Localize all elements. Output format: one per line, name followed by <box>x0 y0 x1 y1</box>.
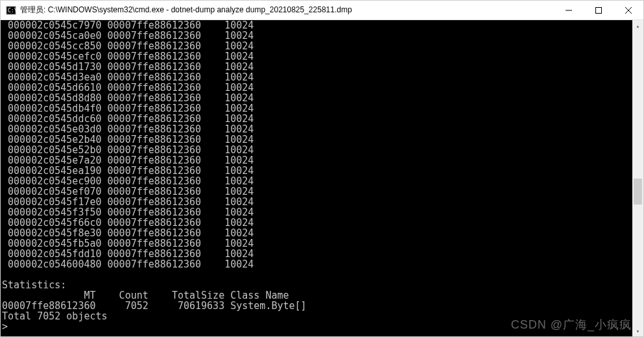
terminal-line: 000002c0545d3ea0 00007ffe88612360 10024 <box>2 72 632 82</box>
terminal-line: 000002c0545e52b0 00007ffe88612360 10024 <box>2 145 632 155</box>
terminal-line: 000002c0545f8e30 00007ffe88612360 10024 <box>2 228 632 238</box>
scrollbar-thumb[interactable] <box>634 179 642 205</box>
cmd-window: C:\ 管理员: C:\WINDOWS\system32\cmd.exe - d… <box>0 0 644 337</box>
maximize-button[interactable] <box>584 1 614 19</box>
cmd-icon: C:\ <box>6 5 16 16</box>
terminal-line: Total 7052 objects <box>2 311 632 321</box>
terminal-output[interactable]: 000002c0545c7970 00007ffe88612360 10024 … <box>1 20 632 336</box>
terminal-line: 000002c0545c7970 00007ffe88612360 10024 <box>2 20 632 31</box>
terminal-line: 000002c0545ec900 00007ffe88612360 10024 <box>2 176 632 186</box>
vertical-scrollbar[interactable]: ▴ ▾ <box>632 20 643 336</box>
terminal-line: 000002c0545f17e0 00007ffe88612360 10024 <box>2 197 632 207</box>
terminal-line: 000002c0545db4f0 00007ffe88612360 10024 <box>2 103 632 114</box>
terminal-line: 000002c0545e7a20 00007ffe88612360 10024 <box>2 155 632 166</box>
terminal-line: MT Count TotalSize Class Name <box>2 290 632 301</box>
terminal-line: 000002c0545d8d80 00007ffe88612360 10024 <box>2 93 632 103</box>
terminal-line: 000002c0545fb5a0 00007ffe88612360 10024 <box>2 238 632 249</box>
terminal-line: 000002c0545f3f50 00007ffe88612360 10024 <box>2 207 632 218</box>
terminal-line: 000002c0545ddc60 00007ffe88612360 10024 <box>2 114 632 124</box>
terminal-line: 000002c0545cc850 00007ffe88612360 10024 <box>2 41 632 51</box>
titlebar[interactable]: C:\ 管理员: C:\WINDOWS\system32\cmd.exe - d… <box>1 1 643 20</box>
window-title: 管理员: C:\WINDOWS\system32\cmd.exe - dotne… <box>20 5 554 16</box>
terminal-line: 00007ffe88612360 7052 70619633 System.By… <box>2 301 632 311</box>
terminal-line: 000002c0545d1730 00007ffe88612360 10024 <box>2 62 632 72</box>
terminal-area: 000002c0545c7970 00007ffe88612360 10024 … <box>1 20 643 336</box>
terminal-line: 000002c054600480 00007ffe88612360 10024 <box>2 259 632 269</box>
terminal-line: 000002c0545e03d0 00007ffe88612360 10024 <box>2 124 632 134</box>
terminal-line <box>2 269 632 280</box>
svg-rect-3 <box>596 7 602 13</box>
terminal-line: 000002c0545cefc0 00007ffe88612360 10024 <box>2 51 632 62</box>
terminal-line: 000002c0545f66c0 00007ffe88612360 10024 <box>2 218 632 228</box>
scroll-down-arrow[interactable]: ▾ <box>632 325 643 336</box>
minimize-button[interactable] <box>554 1 584 19</box>
terminal-line: 000002c0545ca0e0 00007ffe88612360 10024 <box>2 31 632 41</box>
window-controls <box>554 1 643 19</box>
terminal-line: Statistics: <box>2 280 632 290</box>
svg-text:C:\: C:\ <box>8 8 16 14</box>
terminal-line: 000002c0545fdd10 00007ffe88612360 10024 <box>2 249 632 259</box>
terminal-line: 000002c0545d6610 00007ffe88612360 10024 <box>2 82 632 93</box>
terminal-line: 000002c0545e2b40 00007ffe88612360 10024 <box>2 134 632 145</box>
terminal-line: 000002c0545ef070 00007ffe88612360 10024 <box>2 186 632 197</box>
terminal-line: > <box>2 321 632 332</box>
scrollbar-track[interactable] <box>632 31 643 325</box>
scroll-up-arrow[interactable]: ▴ <box>632 20 643 31</box>
terminal-line: 000002c0545ea190 00007ffe88612360 10024 <box>2 166 632 176</box>
close-button[interactable] <box>614 1 643 19</box>
